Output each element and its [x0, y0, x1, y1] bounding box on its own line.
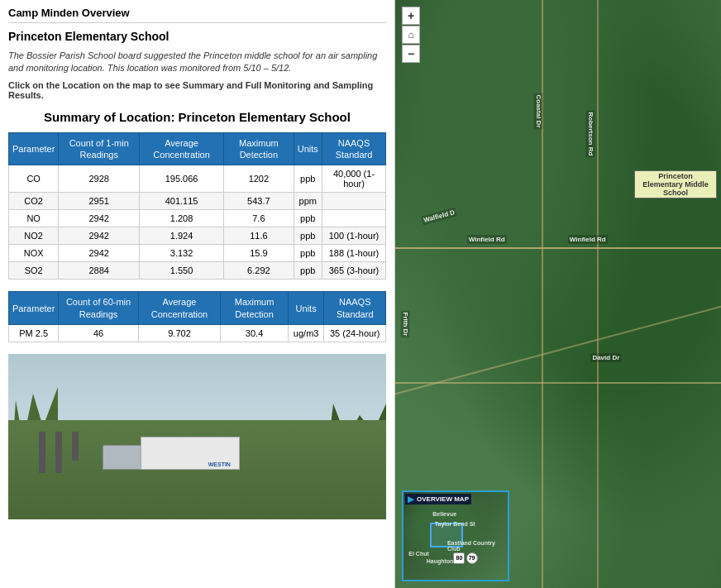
- col-naaqs-1: NAAQS Standard: [322, 132, 386, 165]
- col-avg-conc-1: Average Concentration: [140, 132, 224, 165]
- table-cell: 100 (1-hour): [322, 227, 386, 245]
- table-cell: 2884: [59, 262, 140, 280]
- table-cell: PM 2.5: [9, 324, 59, 342]
- zoom-in-button[interactable]: +: [402, 7, 420, 25]
- table-cell: 1202: [224, 165, 294, 193]
- col-max-det-2: Maximum Detection: [221, 292, 289, 325]
- ov-road-79: 79: [466, 552, 478, 564]
- table-cell: 6.292: [224, 262, 294, 280]
- photo-trailer: WESTIN: [141, 437, 240, 470]
- table-cell: 2942: [59, 210, 140, 227]
- col-max-det-1: Maximum Detection: [224, 132, 294, 165]
- table-60-min: Parameter Count of 60-min Readings Avera…: [8, 291, 386, 342]
- ov-label-elchut: El Chut: [408, 551, 429, 557]
- col-count-1min: Count of 1-min Readings: [59, 132, 140, 165]
- col-count-60min: Count of 60-min Readings: [59, 292, 138, 325]
- table-cell: 15.9: [224, 245, 294, 262]
- summary-title: Summary of Location: Princeton Elementar…: [8, 110, 386, 124]
- table-cell: SO2: [9, 262, 59, 280]
- table-cell: 2951: [59, 193, 140, 210]
- col-parameter-2: Parameter: [9, 292, 59, 325]
- instructions-text: Click on the Location on the map to see …: [8, 80, 386, 100]
- table-cell: 195.066: [140, 165, 224, 193]
- col-parameter-1: Parameter: [9, 132, 59, 165]
- table-cell: 2928: [59, 165, 140, 193]
- table-row: NO229421.92411.6ppb100 (1-hour): [9, 227, 386, 245]
- table-cell: NO2: [9, 227, 59, 245]
- table-cell: ppb: [294, 245, 322, 262]
- ov-label-bellevue: Bellevue: [432, 511, 456, 517]
- table-row: NOX29423.13215.9ppb188 (1-hour): [9, 245, 386, 262]
- map-road-vertical-1: [542, 0, 543, 588]
- photo-equipment: [39, 432, 79, 473]
- description-text: The Bossier Parish School board suggeste…: [8, 50, 386, 75]
- table-row: CO2928195.0661202ppb40,000 (1-hour): [9, 165, 386, 193]
- table-row: PM 2.5469.70230.4ug/m335 (24-hour): [9, 324, 386, 342]
- table-cell: 2942: [59, 227, 140, 245]
- table-cell: [322, 210, 386, 227]
- road-label-winfield-right: Winfield Rd: [568, 235, 608, 244]
- table-cell: 188 (1-hour): [322, 245, 386, 262]
- equip-1: [39, 432, 45, 473]
- col-units-1: Units: [294, 132, 322, 165]
- equip-3: [72, 432, 79, 461]
- table-cell: 3.132: [140, 245, 224, 262]
- table-cell: 7.6: [224, 210, 294, 227]
- table-cell: ppm: [294, 193, 322, 210]
- page-title: Camp Minden Overview: [8, 7, 386, 23]
- table-cell: 35 (24-hour): [324, 324, 386, 342]
- map-road-horizontal-1: [395, 247, 721, 249]
- equip-2: [55, 432, 62, 473]
- table-cell: ug/m3: [288, 324, 324, 342]
- map-road-horizontal-2: [395, 382, 721, 384]
- school-name: Princeton Elementary School: [8, 30, 386, 43]
- table-cell: 401.115: [140, 193, 224, 210]
- table-cell: 40,000 (1-hour): [322, 165, 386, 193]
- table-row: SO228841.5506.292ppb365 (3-hour): [9, 262, 386, 280]
- table-cell: ppb: [294, 227, 322, 245]
- table-cell: 543.7: [224, 193, 294, 210]
- table-cell: NO: [9, 210, 59, 227]
- col-units-2: Units: [288, 292, 324, 325]
- ov-label-haughton: Haughton: [427, 558, 454, 564]
- ov-label-taylor: Taylor Bend St: [435, 521, 475, 527]
- table-cell: [322, 193, 386, 210]
- table-cell: 11.6: [224, 227, 294, 245]
- table-1-min: Parameter Count of 1-min Readings Averag…: [8, 132, 386, 280]
- photo-sky: [8, 354, 386, 428]
- road-label-robertson: Robertson Rd: [586, 110, 595, 157]
- table-cell: CO2: [9, 193, 59, 210]
- road-label-coastal: Coastal Dr: [534, 93, 543, 129]
- road-label-frith: Frith Dr: [400, 310, 409, 337]
- table-row: NO29421.2087.6ppb: [9, 210, 386, 227]
- table-cell: 1.208: [140, 210, 224, 227]
- table-cell: 2942: [59, 245, 140, 262]
- map-road-vertical-2: [597, 0, 599, 588]
- overview-arrow-icon: ▶: [408, 495, 414, 504]
- col-naaqs-2: NAAQS Standard: [324, 292, 386, 325]
- zoom-out-button[interactable]: −: [402, 45, 420, 63]
- home-button[interactable]: ⌂: [402, 26, 420, 44]
- school-map-label: Princeton Elementary Middle School: [634, 170, 717, 198]
- table-cell: ppb: [294, 262, 322, 280]
- table-cell: 1.924: [140, 227, 224, 245]
- map-controls[interactable]: + ⌂ −: [402, 7, 420, 63]
- table-cell: NOX: [9, 245, 59, 262]
- table-cell: CO: [9, 165, 59, 193]
- location-photo: WESTIN: [8, 354, 386, 519]
- table-cell: 30.4: [221, 324, 289, 342]
- table-cell: ppb: [294, 165, 322, 193]
- table-cell: 9.702: [138, 324, 221, 342]
- overview-map-title: ▶ OVERVIEW MAP: [405, 494, 471, 504]
- table-cell: 1.550: [140, 262, 224, 280]
- map-panel: Winfield Rd Winfield Rd Coastal Dr Rober…: [395, 0, 721, 588]
- road-label-david: David Dr: [590, 353, 621, 362]
- ov-label-eastland: Eastland Country Club: [447, 540, 508, 552]
- col-avg-conc-2: Average Concentration: [138, 292, 221, 325]
- road-label-winfield-left: Winfield Rd: [467, 235, 507, 244]
- ov-road-80: 80: [453, 552, 465, 564]
- overview-map: ▶ OVERVIEW MAP Bellevue Haughton Eastlan…: [402, 490, 509, 581]
- table-row: CO22951401.115543.7ppm: [9, 193, 386, 210]
- table-cell: ppb: [294, 210, 322, 227]
- table-cell: 365 (3-hour): [322, 262, 386, 280]
